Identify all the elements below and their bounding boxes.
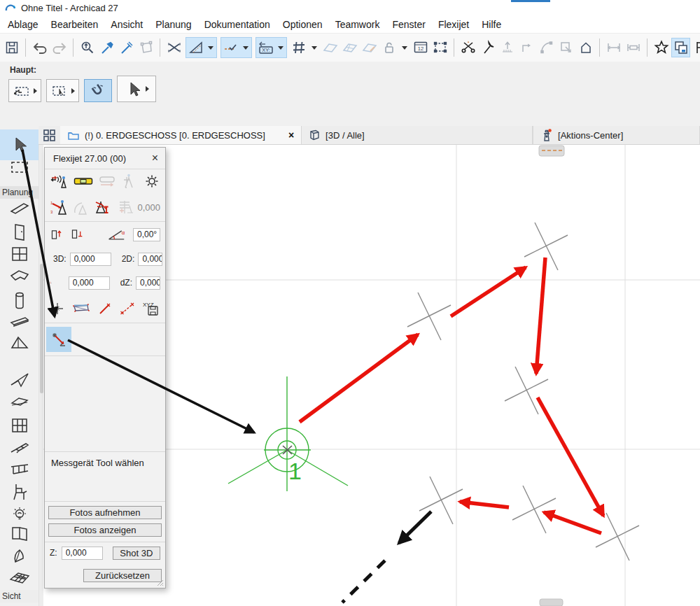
snap-guides-dropdown[interactable] <box>243 46 248 50</box>
resize-button[interactable] <box>556 38 575 57</box>
station-setup-icon[interactable]: 1 3 <box>50 198 69 216</box>
drag-marquee-button[interactable] <box>8 79 41 102</box>
toolbox-opening-tool[interactable] <box>0 525 38 542</box>
toolbox-stair-tool[interactable] <box>0 439 38 456</box>
toolbox-object-tool[interactable] <box>0 482 38 502</box>
redo-button[interactable] <box>50 38 69 57</box>
tab-aktions-center[interactable]: [Aktions-Center] <box>533 126 700 144</box>
undo-button[interactable] <box>30 38 49 57</box>
xyz-save-icon[interactable]: XYZ <box>142 300 160 317</box>
fotos-anzeigen-button[interactable]: Fotos anzeigen <box>48 523 162 537</box>
trim-corner-button[interactable] <box>517 38 536 57</box>
settings-gear-icon[interactable] <box>144 173 160 190</box>
palette-resize-grip[interactable] <box>157 579 164 586</box>
menu-flexijet[interactable]: Flexijet <box>432 17 475 32</box>
tab-close-icon[interactable]: × <box>288 129 294 141</box>
toolbox-wall-tool[interactable] <box>0 199 38 216</box>
lock-button[interactable] <box>379 38 398 57</box>
menu-hilfe[interactable]: Hilfe <box>475 17 507 32</box>
measure-up-icon[interactable] <box>50 226 64 243</box>
toolbox-scrollbar[interactable] <box>38 145 43 606</box>
menu-ablage[interactable]: Ablage <box>1 17 45 32</box>
toolbox-arrow-tool[interactable] <box>0 129 38 160</box>
toolbox-morph-tool[interactable] <box>0 395 38 410</box>
marquee-mode-button[interactable] <box>164 38 183 57</box>
level-staff-icon[interactable] <box>116 199 134 216</box>
spirit-level-icon[interactable] <box>74 176 93 186</box>
angle-value-field[interactable] <box>133 228 160 241</box>
show-all-layers-button[interactable] <box>671 38 690 57</box>
height-icon[interactable]: h <box>50 274 52 291</box>
distance-3d-field[interactable] <box>70 253 111 266</box>
measure-down-icon[interactable] <box>70 226 85 243</box>
toolbox-column-tool[interactable] <box>0 291 38 311</box>
snap-guides-button[interactable] <box>221 38 240 57</box>
edit-plane-button[interactable] <box>360 38 379 57</box>
magnet-button[interactable] <box>84 79 112 102</box>
toolbox-mesh-tool[interactable] <box>0 570 38 586</box>
toolbox-shell-tool[interactable] <box>0 371 38 389</box>
menu-optionen[interactable]: Optionen <box>276 17 329 32</box>
measure-plane-icon[interactable] <box>71 302 91 316</box>
measure-polyline-icon[interactable] <box>119 301 136 316</box>
connect-flexijet-icon[interactable] <box>50 173 68 190</box>
lock-dropdown[interactable] <box>402 46 407 50</box>
toolbox-scrollbar-thumb[interactable] <box>40 264 43 393</box>
toolbox-slab-tool[interactable] <box>0 267 38 284</box>
tab-overview-button[interactable] <box>38 126 60 144</box>
working-plane-2-button[interactable] <box>340 38 359 57</box>
flyout-arrow-icon[interactable] <box>146 86 149 92</box>
z-value-field[interactable] <box>62 547 103 560</box>
angle-icon[interactable]: α <box>107 226 127 243</box>
flyout-arrow-icon[interactable] <box>71 88 75 94</box>
save-button[interactable] <box>2 38 21 57</box>
toolbox-railing-tool[interactable] <box>0 461 38 477</box>
pick-up-parameters-button[interactable] <box>97 38 116 57</box>
toolbox-curtainwall-tool[interactable] <box>0 416 38 435</box>
flyout-arrow-icon[interactable] <box>34 88 37 94</box>
collapsed-toolbar-pill[interactable] <box>539 146 564 156</box>
messgeraet-tool-button[interactable] <box>46 327 71 352</box>
favorites-button[interactable] <box>652 38 671 57</box>
toolbox-marquee-tool[interactable] <box>0 160 38 175</box>
arrow-tool-button[interactable] <box>117 76 156 102</box>
fotos-aufnehmen-button[interactable]: Fotos aufnehmen <box>48 506 162 519</box>
edit-selection-set-button[interactable] <box>430 38 449 57</box>
collapsed-pill-bottom[interactable] <box>540 599 563 606</box>
delta-z-field[interactable] <box>136 276 160 290</box>
measure-line-icon[interactable] <box>97 301 113 316</box>
coordinates-dropdown[interactable] <box>278 46 284 50</box>
palette-header[interactable]: Flexijet 27.00 (00) × <box>45 148 165 169</box>
coordinates-button[interactable]: XY: <box>256 38 275 57</box>
menu-teamwork[interactable]: Teamwork <box>329 17 386 32</box>
toolbox-beam-tool[interactable] <box>0 313 38 329</box>
tab-floorplan[interactable]: (!) 0. ERDGESCHOSS [0. ERDGESCHOSS] × <box>60 126 302 144</box>
marquee-select-button[interactable] <box>46 79 79 102</box>
rotate-station-icon[interactable] <box>72 199 90 216</box>
adjust-button[interactable] <box>478 38 497 57</box>
palette-close-icon[interactable]: × <box>152 153 158 164</box>
flag-button[interactable] <box>691 38 700 57</box>
measure-point-icon[interactable] <box>50 301 65 316</box>
fillet-button[interactable] <box>537 38 556 57</box>
toolbox-roof-tool[interactable] <box>0 334 38 352</box>
working-plane-button[interactable] <box>321 38 340 57</box>
inject-parameters-button[interactable] <box>117 38 136 57</box>
dimension-button[interactable] <box>604 38 623 57</box>
elevate-button[interactable] <box>498 38 517 57</box>
menu-fenster[interactable]: Fenster <box>386 17 431 32</box>
guide-lines-button[interactable] <box>186 38 205 57</box>
menu-planung[interactable]: Planung <box>149 17 197 32</box>
height-field[interactable] <box>69 276 110 290</box>
zuruecksetzen-button[interactable]: Zurücksetzen <box>83 569 162 582</box>
zoom-to-selection-button[interactable] <box>78 38 97 57</box>
guide-lines-dropdown[interactable] <box>208 46 214 50</box>
menu-ansicht[interactable]: Ansicht <box>104 17 149 32</box>
renovation-filter-button[interactable]: 12 <box>411 38 430 57</box>
distance-2d-field[interactable] <box>138 253 162 266</box>
home-story-button[interactable] <box>576 38 595 57</box>
split-button[interactable] <box>458 38 477 57</box>
toolbox-door-tool[interactable] <box>0 223 38 242</box>
transform-button[interactable] <box>136 38 155 57</box>
toolbox-window-tool[interactable] <box>0 245 38 263</box>
